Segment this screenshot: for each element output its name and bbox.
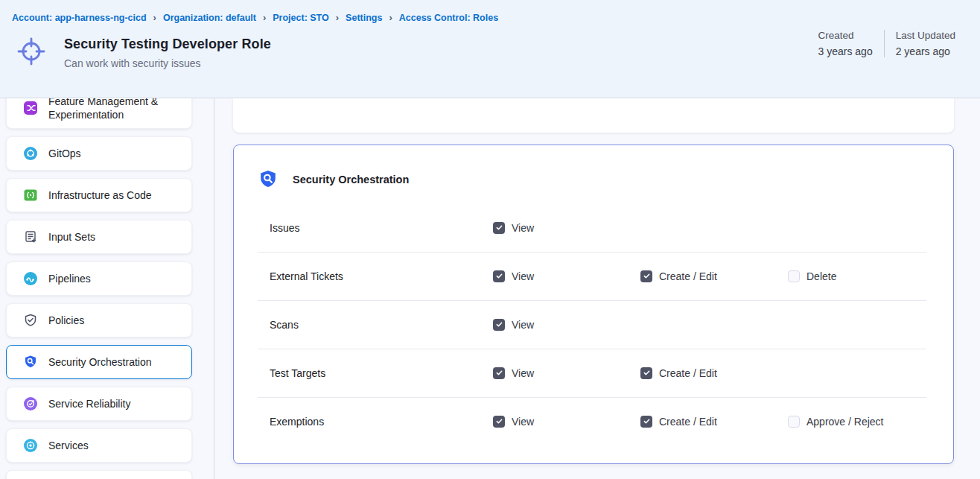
resource-label: External Tickets	[270, 270, 493, 282]
sidebar-item-input-sets[interactable]: Input Sets	[6, 220, 192, 254]
sidebar-item-services[interactable]: Services	[6, 428, 192, 463]
checkbox-checked-icon[interactable]	[493, 367, 505, 379]
panel-header: Security Orchestration	[258, 163, 929, 196]
breadcrumb-separator-icon: ›	[263, 12, 266, 23]
permission-label: View	[512, 222, 534, 234]
meta-divider	[884, 30, 885, 57]
permission-exemptions-view[interactable]: View	[493, 416, 640, 428]
checkbox-unchecked-icon[interactable]	[788, 416, 800, 428]
page-subtitle: Can work with security issues	[64, 57, 271, 69]
breadcrumb-separator-icon: ›	[389, 12, 392, 23]
sidebar-item-label: Input Sets	[48, 230, 103, 244]
security-orchestration-icon	[258, 169, 279, 190]
permission-issues-view[interactable]: View	[493, 222, 640, 234]
pipelines-icon	[23, 271, 38, 286]
sidebar-item-label: Feature Management & Experimentation	[48, 98, 191, 121]
permission-label: View	[512, 416, 534, 428]
permission-exemptions-create-edit[interactable]: Create / Edit	[640, 416, 788, 428]
infrastructure-as-code-icon	[23, 188, 38, 203]
page-header: Account: app-harness-ng-cicd›Organizatio…	[0, 0, 980, 98]
resource-label: Test Targets	[270, 367, 493, 379]
permission-label: View	[512, 270, 534, 282]
sidebar-item-label: Services	[48, 439, 96, 452]
permission-label: Create / Edit	[659, 416, 717, 428]
permission-external-tickets-create-edit[interactable]: Create / Edit	[640, 270, 788, 282]
sidebar-item-label: GitOps	[48, 147, 89, 160]
sidebar-item-label: Pipelines	[48, 272, 98, 285]
sidebar-item-gitops[interactable]: GitOps	[6, 136, 192, 171]
permission-scans-view[interactable]: View	[493, 319, 640, 331]
breadcrumb-link-organization-default[interactable]: Organization: default	[163, 13, 256, 23]
gitops-icon	[23, 146, 38, 161]
sidebar-item-infrastructure-as-code[interactable]: Infrastructure as Code	[6, 178, 192, 212]
last-updated-meta: Last Updated 2 years ago	[896, 30, 955, 57]
sidebar-item-service-reliability[interactable]: Service Reliability	[6, 387, 192, 421]
previous-panel-partial	[233, 98, 954, 133]
permission-label: View	[512, 319, 534, 331]
permission-label: Create / Edit	[659, 270, 717, 282]
checkbox-checked-icon[interactable]	[493, 319, 505, 331]
security-orchestration-panel: Security Orchestration IssuesViewExterna…	[233, 145, 954, 464]
checkbox-checked-icon[interactable]	[493, 222, 505, 234]
sidebar-list: Feature Management & ExperimentationGitO…	[0, 98, 214, 479]
services-icon	[23, 438, 38, 453]
checkbox-checked-icon[interactable]	[640, 270, 652, 282]
created-meta: Created 3 years ago	[818, 30, 873, 57]
resource-label: Scans	[270, 319, 493, 331]
permission-row-exemptions: ExemptionsViewCreate / EditApprove / Rej…	[234, 397, 953, 445]
sidebar-item-feature-management-experimentation[interactable]: Feature Management & Experimentation	[6, 98, 192, 129]
permission-exemptions-approve-reject[interactable]: Approve / Reject	[788, 416, 935, 428]
resource-sidebar: Feature Management & ExperimentationGitO…	[0, 98, 214, 479]
permission-label: Create / Edit	[659, 367, 717, 379]
sidebar-item-policies[interactable]: Policies	[6, 303, 192, 337]
checkbox-checked-icon[interactable]	[493, 270, 505, 282]
resource-label: Issues	[270, 222, 493, 234]
role-crosshair-icon	[15, 35, 48, 68]
sidebar-item-pipelines[interactable]: Pipelines	[6, 261, 192, 296]
panel-title: Security Orchestration	[293, 174, 409, 185]
security-orchestration-icon	[23, 355, 38, 369]
breadcrumb-separator-icon: ›	[153, 12, 156, 23]
permission-row-issues: IssuesView	[234, 203, 953, 252]
sidebar-item-partial[interactable]	[6, 470, 192, 479]
input-sets-icon	[23, 229, 38, 244]
service-reliability-icon	[23, 396, 38, 411]
permission-test-targets-view[interactable]: View	[493, 367, 640, 379]
breadcrumb-link-project-sto[interactable]: Project: STO	[273, 13, 328, 23]
permission-test-targets-create-edit[interactable]: Create / Edit	[640, 367, 788, 379]
breadcrumb-link-settings[interactable]: Settings	[346, 13, 382, 23]
permission-row-external-tickets: External TicketsViewCreate / EditDelete	[234, 252, 953, 300]
last-updated-value: 2 years ago	[896, 45, 955, 57]
permission-label: Approve / Reject	[806, 416, 884, 428]
created-value: 3 years ago	[818, 45, 873, 57]
sidebar-item-label: Infrastructure as Code	[48, 188, 159, 202]
created-label: Created	[818, 30, 873, 41]
sidebar-item-label: Service Reliability	[48, 397, 138, 410]
sidebar-item-security-orchestration[interactable]: Security Orchestration	[6, 345, 192, 379]
role-meta: Created 3 years ago Last Updated 2 years…	[818, 30, 955, 57]
feature-management-icon	[23, 101, 38, 115]
permission-label: Delete	[806, 270, 836, 282]
breadcrumb-link-access-control-roles[interactable]: Access Control: Roles	[399, 13, 498, 23]
resource-label: Exemptions	[270, 416, 493, 428]
checkbox-checked-icon[interactable]	[493, 416, 505, 428]
breadcrumb: Account: app-harness-ng-cicd›Organizatio…	[12, 12, 980, 23]
permission-row-test-targets: Test TargetsViewCreate / Edit	[234, 349, 953, 397]
policies-icon	[23, 313, 38, 328]
main-content: Security Orchestration IssuesViewExterna…	[214, 98, 980, 479]
permission-external-tickets-delete[interactable]: Delete	[788, 270, 935, 282]
permission-label: View	[512, 367, 534, 379]
permission-external-tickets-view[interactable]: View	[493, 270, 640, 282]
sidebar-item-label: Security Orchestration	[48, 355, 159, 369]
page-title: Security Testing Developer Role	[64, 37, 271, 52]
permission-row-scans: ScansView	[234, 300, 953, 349]
checkbox-unchecked-icon[interactable]	[788, 270, 800, 282]
permission-rows: IssuesViewExternal TicketsViewCreate / E…	[234, 203, 953, 445]
checkbox-checked-icon[interactable]	[640, 367, 652, 379]
sidebar-item-label: Policies	[48, 314, 92, 327]
last-updated-label: Last Updated	[896, 30, 955, 41]
checkbox-checked-icon[interactable]	[640, 416, 652, 428]
breadcrumb-link-account-app-harness-ng-cicd[interactable]: Account: app-harness-ng-cicd	[12, 13, 147, 23]
breadcrumb-separator-icon: ›	[336, 12, 339, 23]
